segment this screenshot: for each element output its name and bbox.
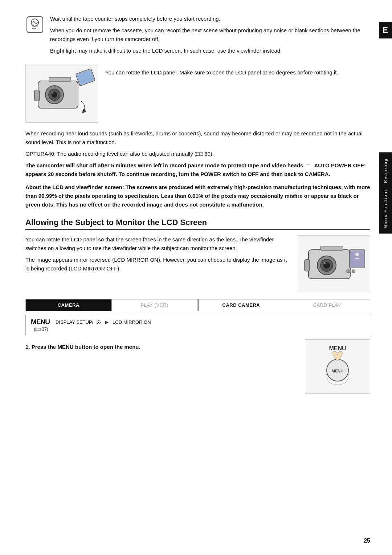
svg-text:MENU: MENU — [329, 345, 346, 351]
side-tab-e: E — [379, 22, 392, 38]
section-text: You can rotate the LCD panel so that the… — [25, 235, 290, 276]
optura-para: OPTURA40: The audio recording level can … — [25, 150, 370, 158]
svg-text:MENU: MENU — [332, 369, 343, 373]
loud-sound-para: When recording near loud sounds (such as… — [25, 129, 370, 147]
page-number: 25 — [364, 538, 370, 544]
mode-card-camera: CARD CAMERA — [199, 299, 285, 311]
camcorder-image-2 — [298, 235, 370, 293]
note-block: Wait until the tape counter stops comple… — [25, 15, 370, 58]
step-row: 1. Press the MENU button to open the men… — [25, 339, 370, 394]
mode-bar: CAMERA PLAY (VCR) CARD CAMERA CARD PLAY — [25, 299, 370, 311]
svg-rect-22 — [320, 246, 343, 250]
side-tab-recording-label: Basic Functions - Recording — [383, 158, 388, 228]
section-content-row: You can rotate the LCD panel so that the… — [25, 235, 370, 293]
note-text: Wait until the tape counter stops comple… — [50, 15, 370, 58]
camcorder-image-1 — [25, 65, 98, 123]
note-icon — [25, 15, 44, 34]
svg-point-8 — [52, 92, 53, 94]
note-para1: Wait until the tape counter stops comple… — [50, 15, 370, 23]
svg-point-17 — [324, 262, 326, 264]
svg-point-20 — [355, 253, 359, 256]
menu-symbol: ⊙ — [96, 319, 101, 326]
page-container: E Basic Functions - Recording Wait until… — [0, 0, 392, 555]
note-para3: Bright light may make it difficult to us… — [50, 46, 370, 55]
bold-para1: The camcorder will shut off after 5 minu… — [25, 161, 370, 179]
svg-rect-23 — [347, 270, 351, 273]
side-tab-recording: Basic Functions - Recording — [379, 152, 392, 234]
menu-ref: (□□ 37) — [34, 327, 48, 332]
svg-rect-12 — [49, 77, 71, 82]
menu-block: MENU (□□ 37) DISPLAY SETUP/ ⊙ ► LCD MIRR… — [25, 315, 370, 335]
menu-arrow: ► — [104, 319, 110, 326]
menu-content: DISPLAY SETUP/ ⊙ ► LCD MIRROR ON — [56, 318, 365, 326]
bold-para2: About the LCD and viewfinder screen: The… — [25, 183, 370, 209]
menu-lcd: LCD MIRROR ON — [113, 319, 151, 325]
svg-rect-21 — [305, 260, 310, 271]
lcd-rotate-caption: You can rotate the LCD panel. Make sure … — [105, 65, 370, 77]
section-para2: The image appears mirror reversed (LCD M… — [25, 256, 290, 273]
section-para1: You can rotate the LCD panel so that the… — [25, 235, 290, 253]
section-heading: Allowing the Subject to Monitor the LCD … — [25, 218, 370, 230]
step1-text: 1. Press the MENU button to open the men… — [25, 339, 298, 351]
mode-play-vcr: PLAY (VCR) — [112, 299, 198, 311]
svg-rect-11 — [34, 90, 40, 101]
lcd-rotate-section: You can rotate the LCD panel. Make sure … — [25, 65, 370, 123]
side-tab-e-label: E — [383, 25, 388, 35]
mode-camera: CAMERA — [26, 299, 112, 311]
mode-card-play: CARD PLAY — [284, 299, 370, 311]
menu-button-image: MENU MENU — [305, 339, 370, 394]
menu-label: MENU — [31, 318, 50, 326]
note-para2: When you do not remove the cassette, you… — [50, 26, 370, 44]
svg-rect-24 — [352, 270, 355, 273]
menu-display: DISPLAY SETUP/ — [56, 319, 93, 325]
menu-label-group: MENU (□□ 37) — [31, 318, 51, 332]
